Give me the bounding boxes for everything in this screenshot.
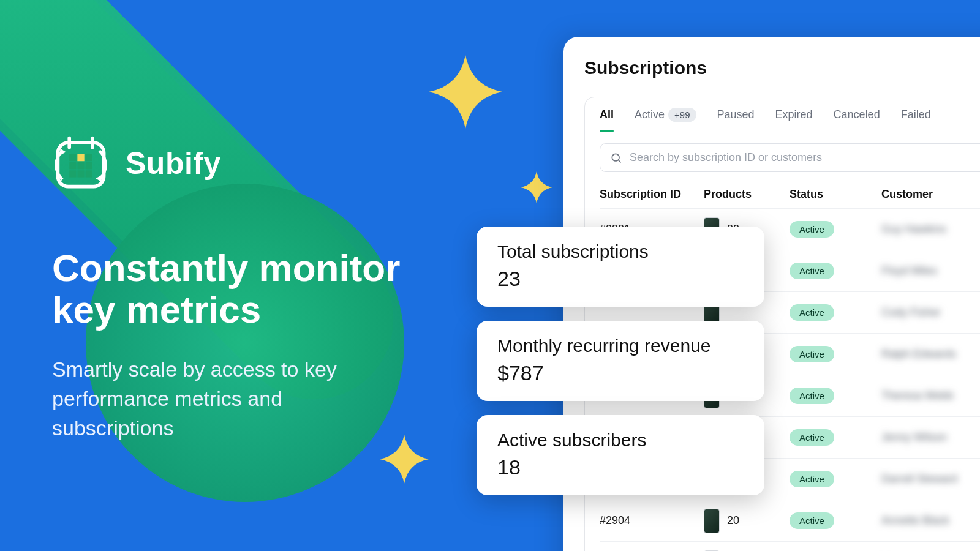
status-badge: Active (790, 263, 834, 279)
panel-title: Subscriptions (584, 58, 980, 78)
product-qty: 20 (727, 514, 739, 527)
cell-subscription-id: #2904 (600, 514, 704, 527)
cell-customer: Theresa Webb (881, 389, 980, 402)
hero-subhead: Smartly scale by access to key performan… (52, 355, 401, 443)
metric-card-total-subscriptions: Total subscriptions 23 (477, 227, 764, 307)
col-products: Products (704, 188, 790, 201)
col-subscription-id: Subscription ID (600, 188, 704, 201)
search-input[interactable] (630, 151, 980, 164)
tabs: AllActive+99PausedExpiredCanceledFailed (600, 108, 980, 132)
metric-label: Total subscriptions (497, 241, 744, 262)
cell-customer: Ralph Edwards (881, 348, 980, 361)
tab-all[interactable]: All (600, 108, 614, 132)
metric-value: $787 (497, 361, 744, 385)
hero-headline: Constantly monitor key metrics (52, 247, 420, 331)
cell-status: Active (790, 264, 881, 277)
tab-failed[interactable]: Failed (901, 108, 931, 132)
marketing-canvas: Subify Constantly monitor key metrics Sm… (0, 0, 980, 551)
svg-rect-6 (69, 162, 76, 169)
cell-status: Active (790, 306, 881, 319)
cell-customer: Annette Black (881, 514, 980, 527)
metric-label: Active subscribers (497, 430, 744, 451)
table-header: Subscription ID Products Status Customer (600, 181, 980, 208)
cell-products: 20 (704, 509, 790, 533)
cell-status: Active (790, 473, 881, 485)
tab-active[interactable]: Active+99 (635, 108, 696, 132)
metric-value: 23 (497, 267, 744, 291)
sparkle-icon (429, 55, 502, 129)
cell-status: Active (790, 431, 881, 444)
tab-canceled[interactable]: Canceled (834, 108, 880, 132)
status-badge: Active (790, 429, 834, 446)
cell-status: Active (790, 348, 881, 361)
svg-rect-7 (77, 162, 84, 169)
cell-customer: Darrell Steward (881, 473, 980, 485)
cell-status: Active (790, 389, 881, 402)
sparkle-icon (521, 171, 552, 203)
metric-card-active-subscribers: Active subscribers 18 (477, 415, 764, 495)
status-badge: Active (790, 346, 834, 362)
hero: Subify Constantly monitor key metrics Sm… (52, 135, 420, 443)
cell-customer: Guy Hawkins (881, 223, 980, 236)
svg-rect-10 (77, 170, 84, 177)
brand-name: Subify (126, 146, 221, 181)
cell-status: Active (790, 223, 881, 236)
svg-rect-3 (69, 154, 76, 161)
metric-label: Monthly recurring revenue (497, 335, 744, 356)
svg-rect-9 (69, 170, 76, 177)
table-row[interactable]: #290420ActiveAnnette Black (600, 500, 980, 541)
svg-rect-8 (86, 162, 92, 169)
col-status: Status (790, 188, 881, 201)
tab-paused[interactable]: Paused (717, 108, 755, 132)
cell-customer: Cody Fisher (881, 306, 980, 319)
status-badge: Active (790, 471, 834, 487)
cell-customer: Jenny Wilson (881, 431, 980, 444)
status-badge: Active (790, 512, 834, 529)
status-badge: Active (790, 304, 834, 321)
svg-line-13 (619, 160, 621, 162)
svg-marker-1 (60, 149, 66, 156)
tab-expired[interactable]: Expired (775, 108, 813, 132)
status-badge: Active (790, 221, 834, 238)
cell-customer: Floyd Miles (881, 264, 980, 277)
svg-rect-11 (86, 170, 92, 177)
tab-badge: +99 (668, 108, 696, 122)
svg-rect-5 (86, 154, 92, 161)
svg-point-12 (612, 154, 619, 161)
col-customer: Customer (881, 188, 980, 201)
cell-status: Active (790, 514, 881, 527)
svg-marker-2 (96, 175, 101, 182)
search-field[interactable] (600, 143, 980, 172)
brand-lockup: Subify (52, 135, 420, 192)
svg-rect-4 (77, 154, 84, 161)
status-badge: Active (790, 388, 834, 404)
table-row[interactable]: #28912ActiveDevon Lane (600, 541, 980, 551)
search-icon (610, 152, 622, 164)
brand-logo-icon (52, 135, 110, 192)
metric-card-mrr: Monthly recurring revenue $787 (477, 321, 764, 401)
product-thumb-icon (704, 509, 720, 533)
metric-value: 18 (497, 455, 744, 479)
